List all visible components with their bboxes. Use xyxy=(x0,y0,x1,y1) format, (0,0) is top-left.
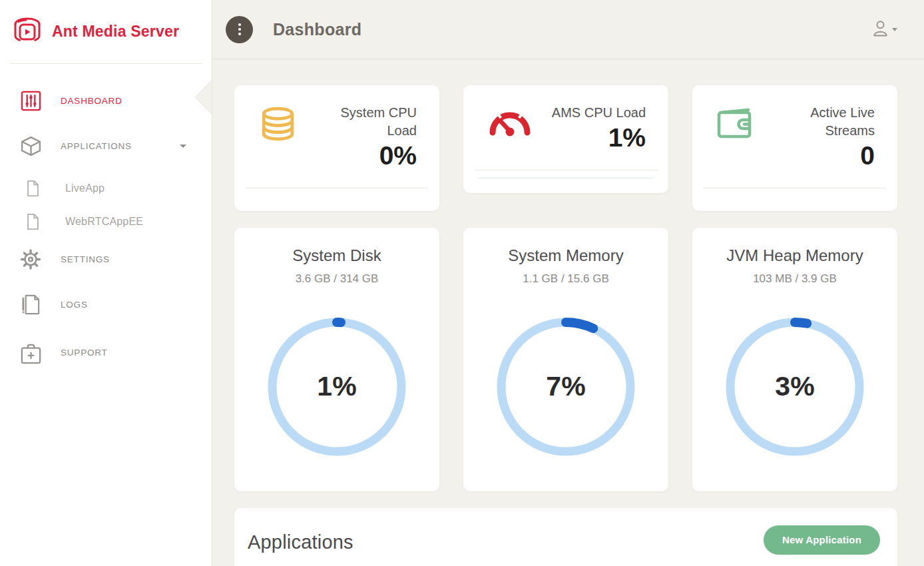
sidebar-item-settings[interactable]: SETTINGS xyxy=(0,244,212,274)
speedometer-icon xyxy=(486,104,533,154)
sidebar-item-webrtcappee[interactable]: WebRTCAppEE xyxy=(0,209,212,234)
gauge-card-jvm-heap-memory: JVM Heap Memory 103 MB / 3.9 GB 3% xyxy=(692,228,897,491)
gauge-title: System Memory xyxy=(463,246,668,265)
chevron-down-icon xyxy=(180,144,186,148)
sidebar-item-support[interactable]: SUPPORT xyxy=(0,337,212,368)
sidebar-item-applications[interactable]: APPLICATIONS xyxy=(0,131,212,161)
stat-card-system-cpu-load: System CPU Load 0% xyxy=(234,85,439,211)
sidebar-item-label: LiveApp xyxy=(65,182,105,194)
brand-name: Ant Media Server xyxy=(52,23,179,41)
sidebar-item-label: WebRTCAppEE xyxy=(65,216,143,228)
main-area: Dashboard xyxy=(212,0,924,566)
sidebar-item-label: DASHBOARD xyxy=(61,96,122,106)
file-icon xyxy=(21,180,45,197)
sidebar-item-label: SUPPORT xyxy=(61,348,108,358)
sidebar-item-label: LOGS xyxy=(61,300,88,310)
sidebar-item-dashboard[interactable]: DASHBOARD xyxy=(0,85,212,116)
file-icon xyxy=(21,213,45,230)
brand-logo-icon xyxy=(12,16,43,48)
stat-label: AMS CPU Load xyxy=(552,104,646,122)
card-divider xyxy=(474,170,658,170)
gauge-cards-row: System Disk 3.6 GB / 314 GB 1% System Me… xyxy=(234,228,897,491)
support-icon xyxy=(19,341,43,364)
gauge-subtitle: 3.6 GB / 314 GB xyxy=(234,272,439,286)
sidebar-nav: DASHBOARD APPLICATIONS LiveApp xyxy=(0,64,212,368)
stat-value: 0% xyxy=(329,141,417,172)
app-sidebar: Ant Media Server DASHBOARD xyxy=(0,0,212,566)
wallet-icon xyxy=(715,104,756,172)
gauge-percent: 3% xyxy=(725,317,865,457)
active-item-notch xyxy=(196,81,212,114)
stat-cards-row: System CPU Load 0% xyxy=(234,85,897,211)
header: Dashboard xyxy=(212,0,924,59)
donut-gauge: 3% xyxy=(725,317,865,457)
gauge-title: JVM Heap Memory xyxy=(692,246,897,265)
donut-gauge: 1% xyxy=(267,317,407,457)
sidebar-item-label: APPLICATIONS xyxy=(61,141,132,151)
gauge-percent: 1% xyxy=(267,317,407,457)
donut-gauge: 7% xyxy=(496,317,636,457)
page-title: Dashboard xyxy=(273,20,361,39)
gauge-title: System Disk xyxy=(234,246,439,265)
sliders-icon xyxy=(19,91,43,111)
gauge-subtitle: 103 MB / 3.9 GB xyxy=(692,272,897,286)
user-icon xyxy=(872,19,889,40)
gauge-card-system-disk: System Disk 3.6 GB / 314 GB 1% xyxy=(234,228,439,491)
database-icon xyxy=(257,104,299,172)
stat-card-ams-cpu-load: AMS CPU Load 1% xyxy=(463,85,668,193)
brand[interactable]: Ant Media Server xyxy=(0,0,212,63)
logs-icon xyxy=(19,294,43,316)
gear-icon xyxy=(19,247,43,272)
menu-button[interactable] xyxy=(226,16,253,43)
stat-card-active-live-streams: Active Live Streams 0 xyxy=(692,85,897,211)
applications-card: Applications New Application xyxy=(234,508,897,566)
sidebar-item-liveapp[interactable]: LiveApp xyxy=(0,176,212,201)
gauge-percent: 7% xyxy=(496,317,636,457)
sidebar-item-label: SETTINGS xyxy=(61,254,110,264)
box-icon xyxy=(19,135,43,157)
new-application-button[interactable]: New Application xyxy=(764,525,880,555)
stat-label: System CPU Load xyxy=(329,104,417,140)
sidebar-item-logs[interactable]: LOGS xyxy=(0,289,212,320)
stat-value: 0 xyxy=(787,141,875,172)
user-menu-button[interactable] xyxy=(872,19,897,40)
kebab-icon xyxy=(238,23,241,26)
gauge-card-system-memory: System Memory 1.1 GB / 15.6 GB 7% xyxy=(463,228,668,491)
chevron-down-icon xyxy=(892,28,897,31)
applications-title: Applications xyxy=(248,525,353,553)
gauge-subtitle: 1.1 GB / 15.6 GB xyxy=(463,272,668,286)
stat-label: Active Live Streams xyxy=(787,104,875,140)
content: System CPU Load 0% xyxy=(212,59,924,566)
stat-value: 1% xyxy=(552,123,646,154)
